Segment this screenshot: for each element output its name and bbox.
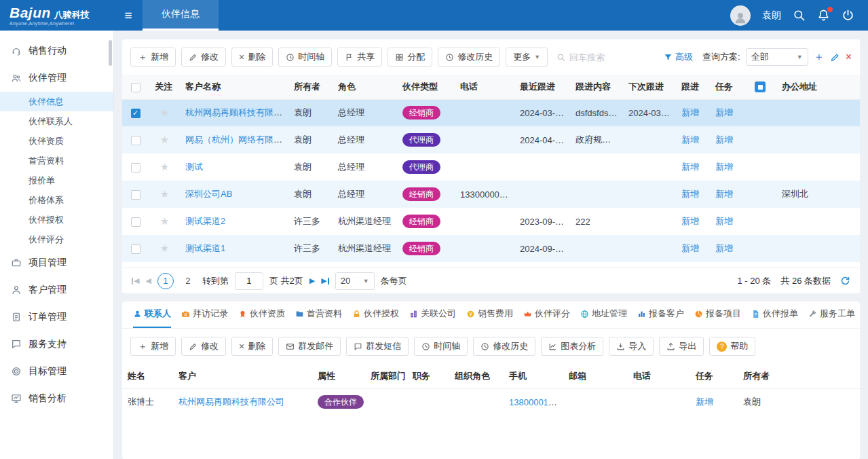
column-header-name[interactable]: 姓名 bbox=[122, 364, 173, 388]
customer-name-link[interactable]: 测试渠道1 bbox=[185, 243, 225, 253]
hamburger-menu-icon[interactable]: ≡ bbox=[114, 0, 143, 31]
column-header-owner[interactable]: 所有者 bbox=[288, 75, 333, 99]
follow-add-link[interactable]: 新增 bbox=[681, 189, 699, 199]
timeline-button[interactable]: 时间轴 bbox=[278, 48, 332, 67]
timeline-button[interactable]: 时间轴 bbox=[414, 337, 468, 356]
follow-add-link[interactable]: 新增 bbox=[681, 162, 699, 172]
help-button[interactable]: ?帮助 bbox=[709, 337, 755, 356]
mobile-link[interactable]: 13800001235 bbox=[509, 397, 563, 407]
nav-tab-partner-info[interactable]: 伙伴信息 bbox=[143, 0, 219, 31]
task-add-link[interactable]: 新增 bbox=[715, 216, 733, 226]
sidebar-item-sales-action[interactable]: 销售行动 bbox=[0, 37, 113, 65]
page-number-2[interactable]: 2 bbox=[180, 273, 196, 289]
edit-history-button[interactable]: 修改历史 bbox=[438, 48, 500, 67]
query-plan-select[interactable]: 全部 ▼ bbox=[746, 48, 808, 66]
follow-add-link[interactable]: 新增 bbox=[681, 134, 699, 145]
star-icon[interactable]: ★ bbox=[160, 188, 169, 200]
tab-sales-expenses[interactable]: 销售费用 bbox=[466, 308, 513, 328]
column-header-mobile[interactable]: 手机 bbox=[504, 364, 563, 388]
edit-history-button[interactable]: 修改历史 bbox=[473, 337, 535, 356]
sidebar-item-order-mgmt[interactable]: 订单管理 bbox=[0, 304, 113, 331]
bulk-sms-button[interactable]: 群发短信 bbox=[346, 337, 409, 356]
prev-page-button[interactable]: ◀ bbox=[145, 276, 151, 285]
task-add-link[interactable]: 新增 bbox=[715, 243, 733, 253]
sidebar-item-service-support[interactable]: 服务支持 bbox=[0, 331, 113, 358]
sidebar-item-customer-mgmt[interactable]: 客户管理 bbox=[0, 276, 113, 304]
sidebar-scrollbar-thumb[interactable] bbox=[109, 40, 112, 66]
sidebar-subitem-price-system[interactable]: 价格体系 bbox=[0, 190, 113, 210]
sidebar-subitem-partner-score[interactable]: 伙伴评分 bbox=[0, 230, 113, 249]
column-header-owner[interactable]: 所有者 bbox=[738, 364, 860, 388]
column-header-follow-content[interactable]: 跟进内容 bbox=[570, 75, 623, 99]
star-icon[interactable]: ★ bbox=[160, 242, 169, 254]
column-header-org-role[interactable]: 组织角色 bbox=[449, 364, 504, 388]
task-add-link[interactable]: 新增 bbox=[715, 107, 733, 117]
customer-name-link[interactable]: 测试 bbox=[185, 162, 203, 172]
column-header-name[interactable]: 客户名称 bbox=[180, 75, 288, 99]
tab-partner-orders[interactable]: 伙伴报单 bbox=[751, 308, 798, 328]
more-button[interactable]: 更多▼ bbox=[506, 48, 548, 67]
select-all-checkbox[interactable] bbox=[131, 83, 140, 92]
star-icon[interactable]: ★ bbox=[160, 134, 169, 145]
sidebar-subitem-quotation[interactable]: 报价单 bbox=[0, 170, 113, 190]
import-button[interactable]: 导入 bbox=[609, 337, 654, 356]
refresh-icon[interactable] bbox=[840, 276, 850, 286]
column-header-next-follow[interactable]: 下次跟进 bbox=[623, 75, 676, 99]
column-header-type[interactable]: 伙伴类型 bbox=[397, 75, 455, 99]
delete-query-plan-icon[interactable]: × bbox=[846, 52, 852, 62]
tab-first-sale-docs[interactable]: 首营资料 bbox=[295, 308, 342, 328]
tab-address-mgmt[interactable]: 地址管理 bbox=[580, 308, 627, 328]
add-button[interactable]: ＋新增 bbox=[130, 48, 176, 67]
follow-add-link[interactable]: 新增 bbox=[681, 216, 699, 226]
advanced-filter[interactable]: 高级 bbox=[664, 51, 693, 63]
column-header-task[interactable]: 任务 bbox=[710, 75, 744, 99]
star-icon[interactable]: ★ bbox=[160, 107, 169, 118]
sidebar-subitem-partner-qualification[interactable]: 伙伴资质 bbox=[0, 131, 113, 151]
star-icon[interactable]: ★ bbox=[160, 215, 169, 227]
customer-name-link[interactable]: 杭州网易再顾科技有限公司 bbox=[178, 397, 284, 407]
column-header-follow[interactable]: 关注 bbox=[149, 75, 180, 99]
row-checkbox[interactable] bbox=[131, 163, 140, 172]
chart-analysis-button[interactable]: 图表分析 bbox=[541, 337, 603, 356]
column-header-phone[interactable]: 电话 bbox=[455, 75, 514, 99]
task-add-link[interactable]: 新增 bbox=[715, 162, 733, 172]
tab-visit-records[interactable]: 拜访记录 bbox=[181, 308, 228, 328]
table-row[interactable]: ★ 杭州网易再顾科技有限公司 袁朗 总经理 经销商 2024-03-15 dsf… bbox=[122, 99, 860, 126]
sidebar-subitem-partner-info[interactable]: 伙伴信息 bbox=[0, 92, 113, 111]
customer-name-link[interactable]: 深圳公司AB bbox=[185, 189, 232, 199]
table-row[interactable]: ★ 测试渠道2 许三多 杭州渠道经理 经销商 2023-09-21 222 新增… bbox=[122, 208, 860, 235]
task-add-link[interactable]: 新增 bbox=[696, 397, 713, 407]
tab-related-companies[interactable]: 关联公司 bbox=[409, 308, 456, 328]
goto-page-input[interactable] bbox=[235, 272, 263, 290]
edit-button[interactable]: 修改 bbox=[181, 337, 226, 356]
tab-partner-authorization[interactable]: 伙伴授权 bbox=[352, 308, 399, 328]
notifications-bell[interactable] bbox=[817, 9, 830, 22]
tab-service-tickets[interactable]: 服务工单 bbox=[808, 308, 855, 328]
sidebar-item-sales-analysis[interactable]: 销售分析 bbox=[0, 385, 113, 412]
column-header-follow-up[interactable]: 跟进 bbox=[676, 75, 710, 99]
next-page-button[interactable]: ▶ bbox=[309, 276, 315, 285]
column-header-title[interactable]: 职务 bbox=[407, 364, 449, 388]
follow-add-link[interactable]: 新增 bbox=[681, 243, 699, 253]
per-page-select[interactable]: 20 ▼ bbox=[335, 272, 375, 290]
row-checkbox[interactable] bbox=[131, 244, 140, 254]
customer-name-link[interactable]: 网易（杭州）网络有限公司 bbox=[185, 134, 288, 145]
row-checkbox[interactable] bbox=[131, 190, 140, 200]
sidebar-item-partner-mgmt[interactable]: 伙伴管理 bbox=[0, 65, 113, 92]
sidebar-subitem-partner-authorization[interactable]: 伙伴授权 bbox=[0, 210, 113, 230]
table-row[interactable]: ★ 测试渠道1 许三多 杭州渠道经理 经销商 2024-09-03 新增 新增 bbox=[122, 235, 860, 262]
column-header-phone[interactable]: 电话 bbox=[628, 364, 690, 388]
table-row[interactable]: ★ 测试 袁朗 总经理 代理商 新增 新增 bbox=[122, 153, 860, 181]
power-icon[interactable] bbox=[842, 9, 854, 22]
tab-reported-customers[interactable]: 报备客户 bbox=[637, 308, 684, 328]
table-row[interactable]: 张博士 杭州网易再顾科技有限公司 合作伙伴 13800001235 新增 袁朗 bbox=[122, 388, 860, 416]
add-query-plan-icon[interactable]: ＋ bbox=[814, 52, 825, 62]
search-input[interactable] bbox=[569, 52, 644, 62]
edit-query-plan-icon[interactable] bbox=[830, 52, 840, 62]
last-page-button[interactable]: ▶ bbox=[321, 276, 328, 285]
sidebar-subitem-partner-contacts[interactable]: 伙伴联系人 bbox=[0, 111, 113, 131]
column-header-last-follow[interactable]: 最近跟进 bbox=[514, 75, 570, 99]
table-row[interactable]: ★ 网易（杭州）网络有限公司 袁朗 总经理 代理商 2024-04-19 政府规… bbox=[122, 126, 860, 153]
first-page-button[interactable]: ◀ bbox=[132, 276, 139, 285]
tab-reported-projects[interactable]: 报备项目 bbox=[694, 308, 741, 328]
